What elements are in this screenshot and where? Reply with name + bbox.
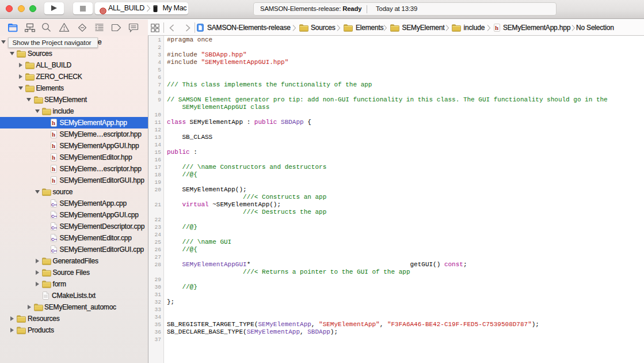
svg-text:++: ++ <box>54 249 57 252</box>
svg-text:h: h <box>52 154 55 161</box>
svg-text:h: h <box>52 142 55 149</box>
svg-text:++: ++ <box>54 203 57 206</box>
svg-text:h: h <box>52 131 55 138</box>
svg-text:++: ++ <box>54 214 57 218</box>
svg-text:h: h <box>495 24 498 31</box>
svg-text:h: h <box>52 177 55 184</box>
svg-text:++: ++ <box>54 237 57 241</box>
svg-text:h: h <box>52 165 55 172</box>
svg-text:++: ++ <box>54 226 57 229</box>
svg-text:h: h <box>52 119 55 126</box>
